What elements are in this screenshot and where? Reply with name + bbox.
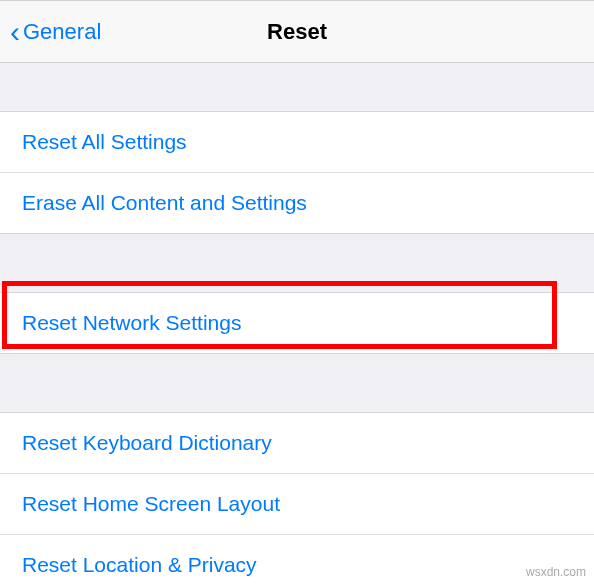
page-title: Reset (267, 19, 327, 45)
reset-home-screen-layout[interactable]: Reset Home Screen Layout (0, 473, 594, 534)
back-button[interactable]: ‹ General (10, 17, 101, 47)
erase-all-content-settings[interactable]: Erase All Content and Settings (0, 172, 594, 233)
reset-keyboard-dictionary[interactable]: Reset Keyboard Dictionary (0, 413, 594, 473)
section-spacer (0, 63, 594, 111)
settings-group-2: Reset Network Settings (0, 292, 594, 354)
reset-network-settings[interactable]: Reset Network Settings (0, 293, 594, 353)
reset-all-settings[interactable]: Reset All Settings (0, 112, 594, 172)
settings-group-1: Reset All Settings Erase All Content and… (0, 111, 594, 234)
back-label: General (23, 19, 101, 45)
section-spacer (0, 354, 594, 412)
settings-group-3: Reset Keyboard Dictionary Reset Home Scr… (0, 412, 594, 585)
reset-location-privacy[interactable]: Reset Location & Privacy (0, 534, 594, 585)
section-spacer (0, 234, 594, 292)
navigation-bar: ‹ General Reset (0, 0, 594, 63)
chevron-left-icon: ‹ (10, 17, 20, 47)
watermark: wsxdn.com (526, 565, 586, 579)
